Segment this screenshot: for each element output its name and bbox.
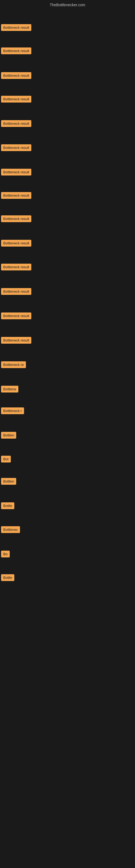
bottleneck-badge-4: Bottleneck result [1, 96, 31, 102]
bottleneck-badge-2: Bottleneck result [1, 48, 31, 54]
bottleneck-badge-17: Bottleneck r [1, 407, 24, 414]
bottleneck-badge-23: Bo [1, 551, 10, 557]
bottleneck-badge-5: Bottleneck result [1, 120, 31, 127]
bottleneck-badge-13: Bottleneck result [1, 312, 31, 319]
bottleneck-badge-9: Bottleneck result [1, 215, 31, 222]
bottleneck-badge-22: Bottlenec [1, 526, 20, 533]
bottleneck-badge-19: Bot [1, 456, 11, 463]
bottleneck-badge-6: Bottleneck result [1, 144, 31, 151]
bottleneck-badge-21: Bottle [1, 502, 14, 509]
bottleneck-badge-10: Bottleneck result [1, 240, 31, 247]
bottleneck-badge-11: Bottleneck result [1, 264, 31, 271]
page-wrapper: TheBottlenecker.com Bottleneck resultBot… [0, 0, 135, 868]
bottleneck-badge-20: Bottlen [1, 478, 16, 485]
badges-container: Bottleneck resultBottleneck resultBottle… [0, 9, 135, 868]
bottleneck-badge-12: Bottleneck result [1, 288, 31, 295]
bottleneck-badge-8: Bottleneck result [1, 192, 31, 199]
bottleneck-badge-14: Bottleneck result [1, 337, 31, 344]
bottleneck-badge-16: Bottlene [1, 386, 18, 393]
bottleneck-badge-3: Bottleneck result [1, 72, 31, 79]
site-title: TheBottlenecker.com [0, 0, 135, 9]
bottleneck-badge-24: Bottle [1, 574, 14, 581]
bottleneck-badge-18: Bottlen [1, 432, 16, 439]
bottleneck-badge-15: Bottleneck re [1, 361, 26, 368]
bottleneck-badge-1: Bottleneck result [1, 24, 31, 31]
bottleneck-badge-7: Bottleneck result [1, 169, 31, 176]
